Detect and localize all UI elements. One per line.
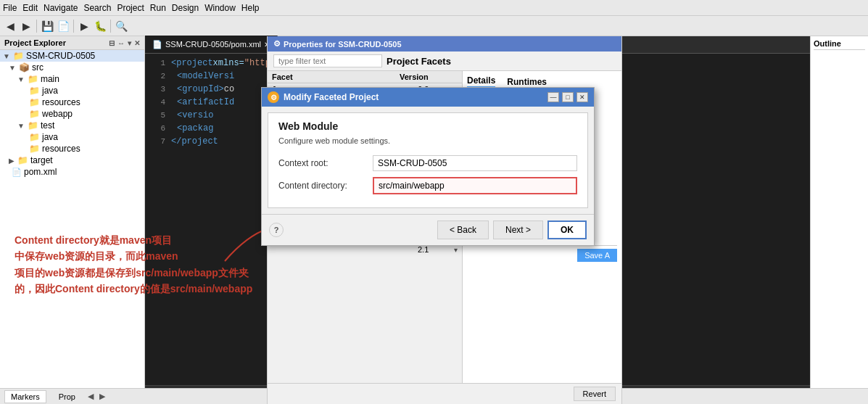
editor-tab-pom[interactable]: 📄 SSM-CRUD-0505/pom.xml ✕ [145, 36, 278, 53]
tree-webapp[interactable]: 📁 webapp [0, 108, 144, 120]
details-header: Details Runtimes [467, 75, 617, 88]
web-module-title: Web Module [278, 120, 577, 132]
collapse-all-icon[interactable]: ⊟ [109, 39, 115, 47]
properties-filter-input[interactable] [273, 54, 382, 67]
folder-icon: 📁 [29, 97, 40, 107]
toolbar-debug[interactable]: 🐛 [93, 19, 107, 33]
outline-panel: Outline [810, 36, 868, 404]
project-explorer: Project Explorer ⊟ ↔ ▾ ✕ ▼ 📁 SSM-CRUD-05… [0, 36, 145, 404]
toolbar-back[interactable]: ◀ [3, 19, 17, 33]
view-menu-icon[interactable]: ▾ [128, 39, 131, 47]
toolbar-new[interactable]: 📄 [56, 19, 70, 33]
properties-title-bar: ⚙ Properties for SSM-CRUD-0505 [268, 36, 621, 51]
tree-pom[interactable]: 📄 pom.xml [0, 166, 144, 178]
maximize-button[interactable]: □ [562, 92, 574, 102]
modify-body: Web Module Configure web module settings… [268, 112, 588, 208]
tree-test-resources[interactable]: 📁 resources [0, 143, 144, 154]
folder-icon: 📁 [29, 144, 40, 154]
minimize-button[interactable]: — [547, 92, 559, 102]
tree-test[interactable]: ▼ 📁 test [0, 120, 144, 131]
properties-search-row: Project Facets [268, 51, 621, 71]
bottom-nav-prev[interactable]: ◀ [88, 392, 94, 401]
menu-file[interactable]: File [3, 3, 17, 13]
content-dir-row: Content directory: [278, 177, 577, 194]
xml-file-icon: 📄 [152, 40, 162, 49]
back-button[interactable]: < Back [437, 220, 489, 239]
menu-navigate[interactable]: Navigate [44, 3, 78, 13]
modify-footer: ? < Back Next > OK [262, 214, 594, 245]
properties-section-title: Project Facets [387, 56, 451, 67]
src-icon: 📦 [19, 62, 30, 73]
menu-project[interactable]: Project [117, 3, 144, 13]
tab-prop[interactable]: Prop [52, 390, 82, 403]
menu-search[interactable]: Search [83, 3, 111, 13]
toolbar-run[interactable]: ▶ [77, 19, 91, 33]
help-icon[interactable]: ? [269, 223, 284, 237]
web-module-description: Configure web module settings. [278, 136, 577, 145]
revert-button[interactable]: Revert [574, 387, 616, 401]
menu-edit[interactable]: Edit [22, 3, 38, 13]
toolbar-sep1 [36, 20, 37, 33]
context-root-input[interactable] [373, 155, 577, 171]
menu-bar: File Edit Navigate Search Project Run De… [0, 0, 868, 16]
tree-java[interactable]: 📁 java [0, 85, 144, 96]
context-root-row: Context root: [278, 155, 577, 171]
toolbar-save[interactable]: 💾 [40, 19, 54, 33]
details-save-row: Save A [467, 245, 617, 262]
tree-main[interactable]: ▼ 📁 main [0, 73, 144, 85]
tab-markers[interactable]: Markers [4, 390, 46, 403]
facet-col-header: Facet Version [268, 71, 462, 83]
details-tab-runtimes[interactable]: Runtimes [507, 77, 547, 87]
next-button[interactable]: Next > [493, 220, 543, 239]
outline-title: Outline [814, 39, 865, 50]
tree-resources[interactable]: 📁 resources [0, 96, 144, 108]
gear-icon: ⚙ [268, 91, 279, 103]
modify-dialog: ⚙ Modify Faceted Project — □ ✕ Web Modul… [261, 87, 595, 246]
toolbar-forward[interactable]: ▶ [19, 19, 33, 33]
content-dir-label: Content directory: [278, 181, 373, 191]
toolbar-sep3 [110, 20, 111, 33]
folder-icon: 📁 [29, 109, 40, 119]
ok-button[interactable]: OK [547, 220, 587, 239]
tree-src[interactable]: ▼ 📦 src [0, 62, 144, 73]
details-tab-details[interactable]: Details [467, 75, 495, 88]
content-dir-input[interactable] [373, 177, 577, 194]
properties-bottom: Revert [268, 383, 621, 404]
link-with-editor-icon[interactable]: ↔ [117, 39, 125, 47]
folder-icon: 📁 [29, 86, 40, 96]
collapse-arrow: ▼ [3, 52, 10, 60]
menu-help[interactable]: Help [241, 3, 260, 13]
menu-run[interactable]: Run [150, 3, 166, 13]
modify-title-bar: ⚙ Modify Faceted Project — □ ✕ [262, 88, 594, 107]
file-icon: 📄 [12, 168, 22, 177]
bottom-nav-next[interactable]: ▶ [99, 392, 105, 401]
toolbar-sep2 [73, 20, 74, 33]
tree-target[interactable]: ▶ 📁 target [0, 154, 144, 166]
folder-icon: 📁 [17, 155, 28, 165]
panel-title-icons: ⊟ ↔ ▾ ✕ [109, 39, 140, 47]
context-root-label: Context root: [278, 158, 373, 168]
tree-root[interactable]: ▼ 📁 SSM-CRUD-0505 [0, 50, 144, 62]
toolbar-search[interactable]: 🔍 [114, 19, 128, 33]
folder-icon: 📁 [28, 74, 38, 84]
menu-window[interactable]: Window [204, 3, 236, 13]
close-panel-icon[interactable]: ✕ [134, 39, 140, 47]
save-button[interactable]: Save A [577, 249, 617, 262]
project-explorer-title: Project Explorer ⊟ ↔ ▾ ✕ [0, 36, 144, 50]
settings-icon: ⚙ [273, 39, 281, 49]
close-button[interactable]: ✕ [576, 92, 588, 102]
folder-icon: 📁 [28, 120, 38, 131]
project-icon: 📁 [13, 51, 24, 61]
folder-icon: 📁 [29, 132, 40, 142]
tree-test-java[interactable]: 📁 java [0, 131, 144, 143]
menu-design[interactable]: Design [172, 3, 199, 13]
toolbar: ◀ ▶ 💾 📄 ▶ 🐛 🔍 [0, 16, 868, 36]
